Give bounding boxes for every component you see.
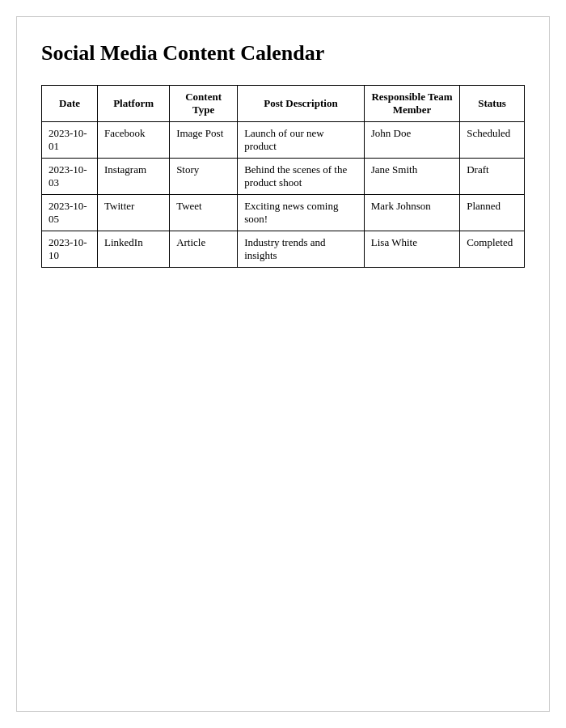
cell-date: 2023-10-05 (42, 195, 98, 231)
cell-content-type: Story (170, 159, 238, 195)
cell-content-type: Image Post (170, 122, 238, 159)
cell-platform: Twitter (98, 195, 170, 231)
cell-platform: Instagram (98, 159, 170, 195)
cell-status: Planned (460, 195, 525, 231)
cell-post-description: Exciting news coming soon! (238, 195, 365, 231)
cell-platform: LinkedIn (98, 231, 170, 268)
header-responsible-team: Responsible Team Member (364, 86, 459, 122)
header-date: Date (42, 86, 98, 122)
cell-post-description: Launch of our new product (238, 122, 365, 159)
header-content-type: Content Type (170, 86, 238, 122)
cell-team-member: Jane Smith (364, 159, 459, 195)
cell-post-description: Behind the scenes of the product shoot (238, 159, 365, 195)
table-row: 2023-10-03InstagramStoryBehind the scene… (42, 159, 525, 195)
content-calendar-table: Date Platform Content Type Post Descript… (41, 85, 525, 268)
page-title: Social Media Content Calendar (41, 41, 525, 66)
table-body: 2023-10-01FacebookImage PostLaunch of ou… (42, 122, 525, 268)
table-header-row: Date Platform Content Type Post Descript… (42, 86, 525, 122)
cell-date: 2023-10-03 (42, 159, 98, 195)
table-row: 2023-10-10LinkedInArticleIndustry trends… (42, 231, 525, 268)
cell-team-member: Mark Johnson (364, 195, 459, 231)
cell-content-type: Tweet (170, 195, 238, 231)
cell-platform: Facebook (98, 122, 170, 159)
cell-status: Draft (460, 159, 525, 195)
page: Social Media Content Calendar Date Platf… (16, 16, 550, 712)
cell-team-member: John Doe (364, 122, 459, 159)
table-row: 2023-10-05TwitterTweetExciting news comi… (42, 195, 525, 231)
header-post-description: Post Description (238, 86, 365, 122)
table-row: 2023-10-01FacebookImage PostLaunch of ou… (42, 122, 525, 159)
cell-post-description: Industry trends and insights (238, 231, 365, 268)
cell-date: 2023-10-10 (42, 231, 98, 268)
cell-date: 2023-10-01 (42, 122, 98, 159)
cell-content-type: Article (170, 231, 238, 268)
cell-status: Scheduled (460, 122, 525, 159)
header-status: Status (460, 86, 525, 122)
header-platform: Platform (98, 86, 170, 122)
cell-status: Completed (460, 231, 525, 268)
cell-team-member: Lisa White (364, 231, 459, 268)
